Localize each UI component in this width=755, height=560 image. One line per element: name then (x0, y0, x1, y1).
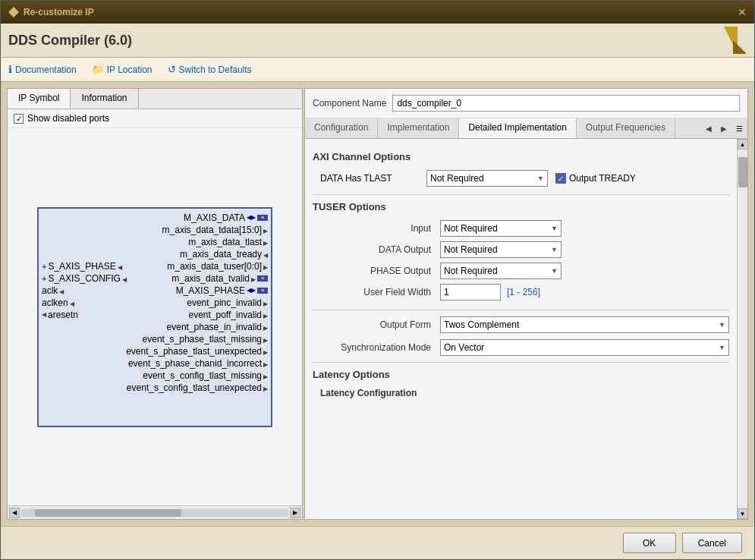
ip-location-link[interactable]: 📁 IP Location (92, 64, 153, 75)
port-row: M_AXIS_DATA ◀▶ ≡ (39, 212, 271, 224)
axi-channel-row: DATA Has TLAST Not Required ▼ Output TRE… (313, 170, 729, 187)
ip-symbol-canvas: M_AXIS_DATA ◀▶ ≡ m_axis_data_tdata[15:0] (8, 128, 302, 505)
select-arrow-icon: ▼ (551, 246, 558, 253)
phase-output-control-row: Not Required ▼ (440, 263, 729, 279)
user-field-width-range: [1 - 256] (507, 287, 540, 297)
input-control-row: Not Required ▼ (440, 220, 729, 237)
output-form-select[interactable]: Twos Complement ▼ (440, 316, 729, 333)
window-title: Re-customize IP (24, 7, 94, 17)
folder-icon: 📁 (92, 64, 104, 75)
info-icon: ℹ (8, 64, 12, 75)
right-panel-body: AXI Channel Options DATA Has TLAST Not R… (305, 139, 747, 519)
cancel-button[interactable]: Cancel (682, 533, 742, 553)
main-content: IP Symbol Information Show disabled port… (1, 82, 754, 526)
tab-output-frequencies[interactable]: Output Frequencies (577, 118, 675, 138)
port-row: event_s_phase_tlast_missing (39, 333, 271, 345)
output-form-grid: Output Form Twos Complement ▼ Synchroniz… (313, 316, 729, 356)
h-scrollbar-area: ◀ ▶ (8, 505, 302, 519)
tuser-options-title: TUSER Options (313, 201, 729, 212)
show-ports-label: Show disabled ports (27, 113, 109, 124)
v-scroll-thumb[interactable] (738, 157, 747, 187)
input-select[interactable]: Not Required ▼ (440, 220, 562, 237)
scroll-right-button[interactable]: ▶ (290, 508, 300, 518)
tab-nav-buttons: ◀ ▶ ☰ (701, 118, 747, 138)
latency-options-title: Latency Options (313, 369, 729, 380)
data-output-select[interactable]: Not Required ▼ (440, 241, 562, 258)
phase-output-select[interactable]: Not Required ▼ (440, 263, 562, 279)
tab-information[interactable]: Information (71, 89, 138, 109)
output-tready-checkbox[interactable] (555, 173, 566, 184)
nav-bar: ℹ Documentation 📁 IP Location ↺ Switch t… (1, 58, 754, 82)
port-row: aclken event_pinc_invalid (39, 297, 271, 309)
left-panel: IP Symbol Information Show disabled port… (7, 88, 303, 520)
altera-logo (719, 27, 747, 54)
tab-menu-button[interactable]: ☰ (731, 121, 747, 136)
component-name-input[interactable] (392, 95, 740, 112)
close-button[interactable]: ✕ (738, 7, 747, 17)
ok-button[interactable]: OK (623, 533, 676, 553)
port-row: aclk M_AXIS_PHASE ◀▶ ≡ (39, 285, 271, 297)
output-form-label: Output Form (313, 319, 434, 330)
port-row: + S_AXIS_CONFIG m_axis_data_tvalid ≡ (39, 272, 271, 285)
input-label: Input (313, 223, 434, 234)
scroll-up-button[interactable]: ▲ (738, 139, 748, 149)
axi-channel-title: AXI Channel Options (313, 151, 729, 162)
h-scrollbar-track (21, 509, 288, 517)
user-field-width-label: User Field Width (313, 287, 434, 297)
select-arrow-icon: ▼ (719, 344, 725, 351)
data-output-control-row: Not Required ▼ (440, 241, 729, 258)
switch-defaults-link[interactable]: ↺ Switch to Defaults (168, 64, 252, 75)
select-arrow-icon: ▼ (537, 175, 544, 182)
port-row: event_s_phase_tlast_unexpected (39, 345, 271, 357)
port-row: event_s_config_tlast_unexpected (39, 382, 271, 394)
scroll-left-button[interactable]: ◀ (9, 508, 20, 518)
refresh-icon: ↺ (168, 64, 176, 75)
tab-detailed-implementation[interactable]: Detailed Implementation (459, 118, 576, 138)
port-row: ◀ aresetn event_poff_invalid (39, 309, 271, 321)
bottom-bar: OK Cancel (1, 526, 754, 559)
output-tready-label: Output TREADY (555, 173, 636, 184)
toolbar-title: DDS Compiler (6.0) (8, 33, 132, 49)
tab-ip-symbol[interactable]: IP Symbol (8, 89, 71, 109)
v-scrollbar: ▲ ▼ (737, 139, 747, 519)
data-has-tlast-select[interactable]: Not Required ▼ (426, 170, 548, 187)
port-row: event_phase_in_invalid (39, 321, 271, 333)
data-has-tlast-label: DATA Has TLAST (320, 173, 419, 184)
divider-1 (313, 194, 729, 195)
divider-3 (313, 362, 729, 363)
select-arrow-icon: ▼ (551, 225, 558, 232)
port-row: event_s_phase_chanid_incorrect (39, 357, 271, 370)
tab-next-button[interactable]: ▶ (716, 121, 731, 136)
documentation-link[interactable]: ℹ Documentation (8, 64, 77, 75)
select-arrow-icon: ▼ (719, 321, 725, 329)
port-row: m_axis_data_tready (39, 248, 271, 260)
user-field-width-input[interactable] (440, 284, 501, 300)
latency-config-label: Latency Configuration (313, 388, 729, 398)
component-name-label: Component Name (313, 98, 386, 109)
sync-mode-select[interactable]: On Vector ▼ (440, 339, 729, 356)
toolbar: DDS Compiler (6.0) (1, 24, 754, 58)
port-row: + S_AXIS_PHASE m_axis_data_tuser[0:0] (39, 260, 271, 272)
port-row: m_axis_data_tdata[15:0] (39, 224, 271, 236)
component-name-row: Component Name (305, 89, 747, 118)
right-panel: Component Name Configuration Implementat… (304, 88, 748, 520)
tab-configuration[interactable]: Configuration (305, 118, 378, 138)
config-scroll-area: AXI Channel Options DATA Has TLAST Not R… (305, 139, 737, 519)
tab-prev-button[interactable]: ◀ (701, 121, 716, 136)
ip-location-label: IP Location (107, 64, 153, 75)
show-ports-row: Show disabled ports (8, 109, 302, 128)
phase-output-label: PHASE Output (313, 266, 434, 276)
ip-symbol-box: M_AXIS_DATA ◀▶ ≡ m_axis_data_tdata[15:0] (37, 207, 272, 427)
title-bar: Re-customize IP ✕ (1, 1, 754, 24)
right-tabs: Configuration Implementation Detailed Im… (305, 118, 747, 139)
tab-implementation[interactable]: Implementation (378, 118, 459, 138)
window-icon (8, 7, 19, 17)
h-scrollbar-thumb[interactable] (35, 509, 182, 517)
show-ports-checkbox[interactable] (14, 114, 24, 124)
v-scroll-track (738, 149, 748, 508)
sync-mode-label: Synchronization Mode (313, 342, 434, 353)
scroll-down-button[interactable]: ▼ (738, 508, 748, 519)
title-bar-left: Re-customize IP (8, 7, 94, 17)
main-window: Re-customize IP ✕ DDS Compiler (6.0) ℹ D… (0, 0, 755, 560)
data-output-label: DATA Output (313, 244, 434, 255)
